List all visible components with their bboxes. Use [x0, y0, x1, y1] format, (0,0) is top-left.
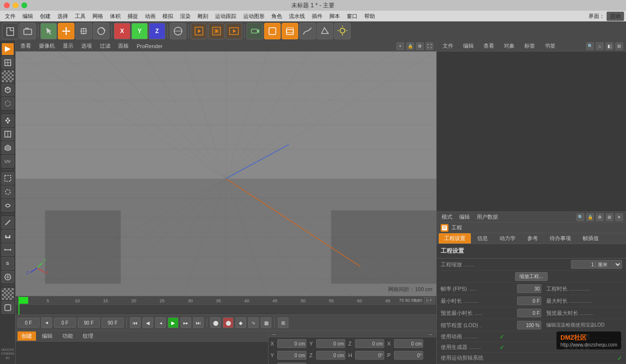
toolbar-spline[interactable]	[299, 23, 316, 39]
layout-icon[interactable]: ⊞	[615, 42, 623, 50]
sidebar-knife[interactable]	[1, 216, 14, 229]
edit-tab[interactable]: 编辑	[457, 213, 472, 221]
obj-header-view[interactable]: 查看	[481, 41, 497, 51]
range-end-input[interactable]	[78, 318, 100, 328]
coord-sy-input[interactable]	[277, 351, 306, 360]
close-button[interactable]	[4, 2, 10, 8]
mode-close-icon[interactable]: ✕	[615, 213, 623, 221]
toolbar-render-region[interactable]	[191, 23, 207, 39]
menu-create[interactable]: 创建	[37, 12, 54, 21]
toolbar-multisel[interactable]	[282, 23, 298, 39]
menu-select[interactable]: 选择	[54, 12, 71, 21]
coord-sx-input[interactable]	[394, 339, 423, 348]
panel-tab-create[interactable]: 创建	[18, 331, 36, 341]
vp-lock[interactable]: 🔒	[406, 42, 414, 50]
menu-file[interactable]: 文件	[2, 12, 18, 21]
vp-menu-view[interactable]: 查看	[18, 42, 33, 50]
play-reverse[interactable]: ◂	[155, 317, 166, 328]
prop-tab-settings[interactable]: 工程设置	[439, 233, 471, 243]
coord-y-input[interactable]	[316, 339, 345, 348]
current-frame-input[interactable]	[18, 318, 39, 328]
menu-pipeline[interactable]: 流水线	[286, 12, 308, 21]
prop-lod-input[interactable]	[517, 321, 541, 329]
sidebar-texture-mode[interactable]	[1, 56, 14, 69]
frame-step-minus[interactable]: ◄	[41, 317, 52, 328]
menu-scripts[interactable]: 脚本	[326, 12, 343, 21]
toolbar-new[interactable]	[2, 23, 18, 39]
vp-menu-panel[interactable]: 面板	[116, 42, 131, 50]
toolbar-axis-y[interactable]: Y	[131, 23, 148, 39]
menu-window[interactable]: 窗口	[344, 12, 360, 21]
panel-tab-function[interactable]: 功能	[58, 331, 77, 341]
sidebar-polygon[interactable]	[1, 141, 14, 154]
menu-volume[interactable]: 体积	[107, 12, 124, 21]
key-sel[interactable]: ▦	[261, 317, 271, 328]
mode-lock-icon[interactable]: 🔒	[586, 213, 594, 221]
menu-edit[interactable]: 编辑	[19, 12, 36, 21]
vp-fullscreen[interactable]: ⛶	[426, 42, 433, 50]
sidebar-cube-outline[interactable]	[1, 97, 14, 110]
autokey-btn[interactable]: ⬤	[223, 317, 233, 328]
keyframe-btn[interactable]: ◆	[235, 317, 246, 328]
go-end[interactable]: ⏭	[193, 317, 204, 328]
sidebar-material[interactable]: S	[1, 257, 14, 270]
vp-menu-display[interactable]: 显示	[61, 42, 75, 50]
coord-h-input[interactable]	[355, 351, 384, 360]
toolbar-axis-x[interactable]: X	[114, 23, 130, 39]
toolbar-deform[interactable]	[317, 23, 333, 39]
menu-simulate[interactable]: 模拟	[160, 12, 176, 21]
coord-x-input[interactable]	[277, 339, 306, 348]
vp-menu-filter[interactable]: 过滤	[98, 42, 112, 50]
sidebar-model-mode[interactable]	[1, 43, 14, 55]
toolbar-select[interactable]	[40, 23, 57, 39]
obj-header-file[interactable]: 文件	[440, 41, 456, 51]
viewport-canvas[interactable]: 透视视图	[16, 52, 436, 296]
home-icon[interactable]: ⌂	[596, 42, 604, 50]
record-btn[interactable]: ⬤	[210, 317, 221, 328]
coord-p-input[interactable]	[394, 351, 423, 360]
obj-header-obj[interactable]: 对象	[501, 41, 518, 51]
timeline-track[interactable]	[16, 305, 436, 315]
motion-path[interactable]: ∿	[248, 317, 259, 328]
sidebar-points[interactable]	[1, 114, 14, 127]
vp-menu-options[interactable]: 选项	[79, 42, 94, 50]
object-browser[interactable]	[437, 52, 626, 212]
prop-minframe-input[interactable]	[517, 296, 541, 305]
toolbar-render-pic[interactable]	[226, 23, 242, 39]
sidebar-magnet[interactable]	[1, 230, 14, 243]
menu-sculpt[interactable]: 雕刻	[195, 12, 211, 21]
sidebar-measure[interactable]	[1, 243, 14, 256]
menu-mograph[interactable]: 运动图形	[240, 12, 268, 21]
go-start[interactable]: ⏮	[130, 317, 141, 328]
sidebar-edges[interactable]	[1, 128, 14, 140]
obj-header-edit[interactable]: 编辑	[460, 41, 477, 51]
menu-render[interactable]: 渲染	[177, 12, 194, 21]
menu-plugins[interactable]: 插件	[309, 12, 325, 21]
sidebar-uv[interactable]: UV	[1, 155, 14, 168]
minimize-button[interactable]	[13, 2, 18, 8]
prop-unit-select[interactable]: 厘米	[595, 260, 622, 269]
toolbar-camera-obj[interactable]	[247, 23, 263, 39]
scale-project-btn[interactable]: 缩放工程...	[515, 272, 547, 281]
sidebar-cube[interactable]	[1, 84, 14, 96]
sidebar-bottom-1[interactable]	[1, 301, 14, 314]
maximize-button[interactable]	[21, 2, 27, 8]
obj-header-tags[interactable]: 标签	[521, 41, 538, 51]
search-icon[interactable]: 🔍	[586, 42, 594, 50]
sidebar-select-loop[interactable]	[1, 199, 14, 212]
sidebar-spline-pen[interactable]	[1, 271, 14, 283]
prop-tab-ref[interactable]: 参考	[522, 233, 543, 243]
toolbar-light[interactable]	[334, 23, 351, 39]
toolbar-move[interactable]	[58, 23, 74, 39]
mode-layout-icon[interactable]: ⊞	[606, 213, 613, 221]
timeline-end-btn[interactable]: ⊞	[278, 317, 288, 328]
sidebar-checker-2[interactable]	[1, 288, 14, 300]
step-forward[interactable]: ▸▸	[180, 317, 191, 328]
toolbar-open[interactable]	[19, 23, 36, 39]
sidebar-select-rect[interactable]	[1, 172, 14, 185]
menu-snap[interactable]: 捕捉	[125, 12, 141, 21]
userdata-tab[interactable]: 用户数据	[475, 213, 500, 221]
toolbar-active-obj[interactable]	[264, 23, 281, 39]
sidebar-checker[interactable]	[1, 70, 14, 83]
toolbar-world-coord[interactable]	[170, 23, 186, 39]
